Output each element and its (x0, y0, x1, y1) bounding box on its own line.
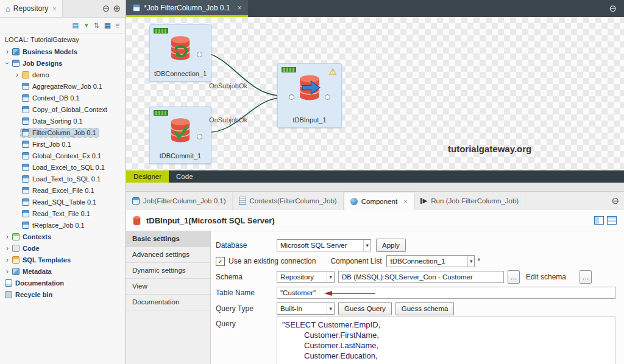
database-select-value: Microsoft SQL Server (280, 242, 347, 249)
tree-item-label: Read_Excel_File 0.1 (32, 187, 94, 194)
output-port[interactable] (197, 134, 202, 139)
database-icon (132, 215, 141, 226)
apply-button[interactable]: Apply (376, 239, 406, 252)
tree-item-job[interactable]: First_Job 0.1 (0, 138, 126, 150)
sort-icon[interactable]: ⇅ (94, 21, 100, 30)
tree-item-job[interactable]: Read_Excel_File 0.1 (0, 184, 126, 196)
repository-header: ⌂ Repository × ⊖ ⊕ (0, 0, 126, 18)
tree-item-job[interactable]: Read_SQL_Table 0.1 (0, 196, 126, 208)
tree-item-code[interactable]: › Code (0, 242, 126, 254)
trash-icon (5, 291, 12, 298)
job-icon (22, 210, 29, 217)
edit-schema-button[interactable]: … (580, 270, 592, 284)
tdbconnection-icon (168, 35, 193, 61)
menu-documentation[interactable]: Documentation (126, 295, 210, 310)
chevron-down-icon: ▾ (327, 271, 334, 282)
menu-basic-settings[interactable]: Basic settings (126, 231, 210, 247)
tree-item-job[interactable]: Global_Context_Ex 0.1 (0, 150, 126, 161)
tree-item-job[interactable]: Copy_of_Global_Context (0, 103, 126, 115)
tree-item-label: First_Job 0.1 (32, 141, 71, 148)
menu-icon[interactable]: ≡ (115, 21, 119, 30)
tree-item-job[interactable]: Load_Excel_to_SQL 0.1 (0, 161, 126, 173)
tab-contexts-view[interactable]: Contexts(FilterColumn_Job) (233, 192, 344, 210)
menu-dynamic-settings[interactable]: Dynamic settings (126, 263, 210, 279)
guess-query-button[interactable]: Guess Query (338, 302, 392, 315)
grid-icon[interactable]: ▦ (104, 21, 111, 30)
schema-mode-select[interactable]: Repository ▾ (277, 271, 335, 283)
tree-item-demo-folder[interactable]: › demo (0, 69, 126, 80)
tree-item-contexts[interactable]: › Contexts (0, 231, 126, 242)
query-line: Customer.LastName, (304, 340, 610, 351)
chevron-right-icon[interactable]: › (4, 256, 11, 264)
close-icon[interactable]: × (52, 5, 56, 12)
tree-item-business-models[interactable]: › Business Models (0, 46, 126, 57)
panel-splitter[interactable] (126, 183, 624, 191)
connection-label-onsubjobok[interactable]: OnSubjobOk (209, 116, 247, 124)
tree-item-job[interactable]: Read_Text_File 0.1 (0, 208, 126, 219)
input-port[interactable] (289, 94, 294, 100)
tab-job-view[interactable]: Job(FilterColumn_Job 0.1) (126, 192, 233, 210)
layout-columns-icon[interactable] (594, 216, 604, 225)
component-tdbconnection[interactable]: tDBConnection_1 (149, 24, 211, 82)
tree-item-label: demo (32, 71, 49, 79)
job-icon (22, 83, 29, 90)
connection-label-onsubjobok[interactable]: OnSubjobOk (209, 82, 247, 89)
output-port[interactable] (197, 52, 202, 57)
tab-designer[interactable]: Designer (126, 170, 169, 183)
schema-repository-field[interactable]: DB (MSSQL):SQLServer_Con - Customer (338, 271, 504, 283)
chevron-right-icon[interactable]: › (4, 48, 11, 55)
tree-item-sql-templates[interactable]: › SQL Templates (0, 254, 126, 265)
maximize-panel-button[interactable]: ⊕ (113, 3, 121, 14)
tree-item-label: SQL Templates (23, 256, 71, 264)
tree-item-job-designs[interactable]: › Job Designs (0, 57, 126, 69)
minimize-editor-button[interactable]: ⊖ (609, 3, 617, 14)
component-tdbcommit[interactable]: tDBCommit_1 (149, 107, 211, 164)
component-list-select[interactable]: tDBConnection_1 ▾ (386, 255, 475, 267)
query-type-value: Built-In (280, 305, 302, 312)
watermark-text: tutorialgateway.org (448, 144, 531, 154)
layout-rows-icon[interactable] (607, 216, 617, 225)
job-design-canvas[interactable]: tDBConnection_1 tDBCommit_1 ⚠ tDBInput_1… (126, 17, 624, 170)
menu-advanced-settings[interactable]: Advanced settings (126, 247, 210, 263)
tree-item-label: AggregateRow_Job 0.1 (32, 83, 102, 90)
component-tdbinput[interactable]: ⚠ tDBInput_1 (277, 63, 342, 128)
schema-browse-button[interactable]: … (508, 270, 520, 284)
tab-job-editor[interactable]: *Job FilterColumn_Job 0.1 × (126, 0, 248, 17)
minimize-bottom-panel-button[interactable]: ⊖ (611, 192, 624, 210)
tree-item-job[interactable]: AggregateRow_Job 0.1 (0, 80, 126, 92)
database-select[interactable]: Microsoft SQL Server ▾ (277, 239, 371, 251)
tree-item-recycle-bin[interactable]: Recycle bin (0, 289, 126, 300)
guess-schema-button[interactable]: Guess schema (395, 302, 455, 315)
tree-item-job[interactable]: tReplace_Job 0.1 (0, 219, 126, 231)
use-existing-connection-checkbox[interactable]: ✓ (216, 257, 225, 266)
chevron-down-icon[interactable]: › (4, 60, 11, 67)
menu-view[interactable]: View (126, 279, 210, 295)
tree-item-job[interactable]: Context_DB 0.1 (0, 92, 126, 103)
layout-panels-icon[interactable]: ▤ (72, 21, 79, 30)
filter-icon[interactable]: ▼ (83, 22, 90, 29)
tree-item-metadata[interactable]: › Metadata (0, 265, 126, 277)
tab-repository[interactable]: ⌂ Repository × (0, 0, 63, 17)
chevron-right-icon[interactable]: › (4, 233, 11, 240)
chevron-right-icon[interactable]: › (13, 71, 21, 79)
component-list-label: Component List (330, 257, 381, 265)
query-type-select[interactable]: Built-In ▾ (277, 303, 335, 315)
query-editor[interactable]: "SELECT Customer.EmpID, Customer.FirstNa… (277, 317, 615, 364)
chevron-right-icon[interactable]: › (4, 268, 11, 275)
tree-item-job-selected[interactable]: FilterColumn_Job 0.1 (0, 127, 126, 138)
query-line: Customer.Education, (304, 351, 610, 361)
close-icon[interactable]: × (237, 4, 241, 12)
tree-item-documentation[interactable]: Documentation (0, 277, 126, 289)
schema-mode-value: Repository (280, 273, 314, 281)
tab-code[interactable]: Code (169, 170, 200, 183)
tree-item-job[interactable]: Load_Text_to_SQL 0.1 (0, 173, 126, 184)
tab-component-view[interactable]: Component × (344, 192, 414, 210)
job-tab-label: *Job FilterColumn_Job 0.1 (144, 4, 230, 12)
output-port[interactable] (325, 94, 330, 100)
tab-run-view[interactable]: ▶ Run (Job FilterColumn_Job) (414, 192, 526, 210)
minimize-panel-button[interactable]: ⊖ (102, 3, 110, 14)
component-icon (350, 198, 358, 205)
chevron-right-icon[interactable]: › (4, 245, 11, 252)
tree-item-job[interactable]: Data_Sorting 0.1 (0, 115, 126, 127)
close-icon[interactable]: × (403, 198, 407, 205)
